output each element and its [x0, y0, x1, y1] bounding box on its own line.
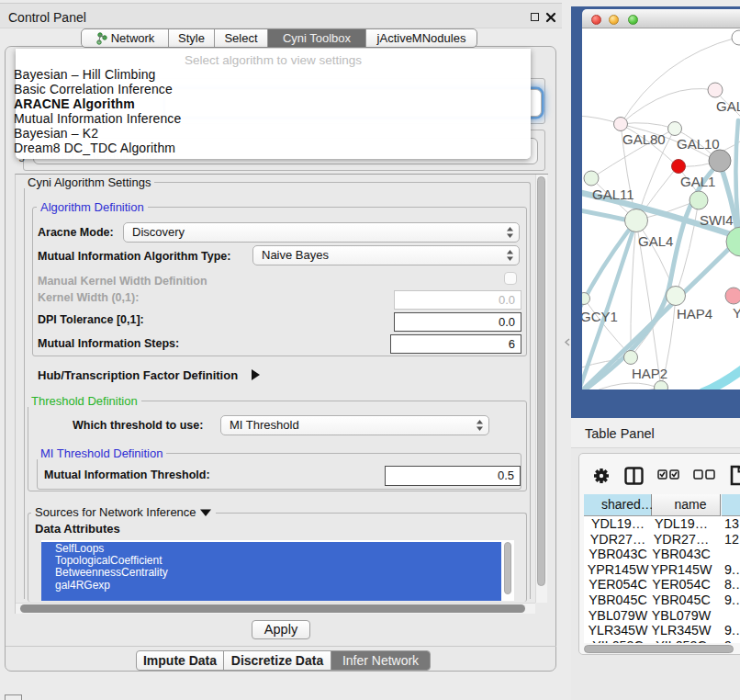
- svg-text:HAP2: HAP2: [632, 366, 667, 381]
- svg-text:GAL4: GAL4: [638, 233, 673, 249]
- svg-text:Y: Y: [733, 305, 740, 321]
- svg-text:GAL: GAL: [716, 98, 740, 114]
- svg-text:GAL80: GAL80: [622, 131, 666, 147]
- svg-text:GAL11: GAL11: [592, 186, 634, 202]
- svg-text:GCY1: GCY1: [582, 309, 618, 324]
- svg-text:HAP4: HAP4: [677, 306, 712, 322]
- svg-text:GAL1: GAL1: [680, 174, 715, 189]
- svg-text:SWI4: SWI4: [700, 212, 734, 228]
- svg-text:GAL10: GAL10: [677, 136, 720, 152]
